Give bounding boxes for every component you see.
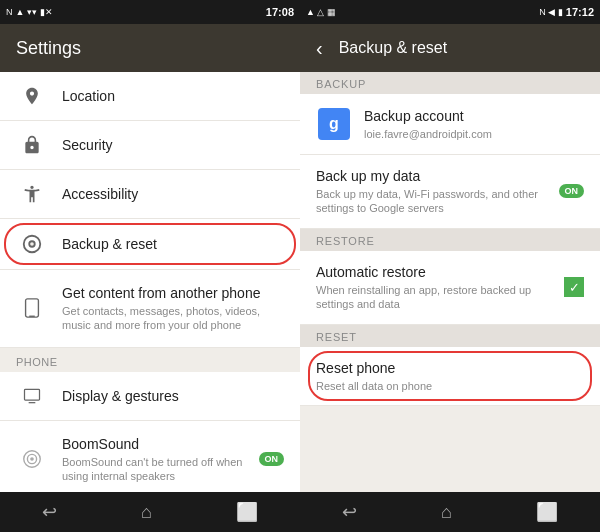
security-title: Security bbox=[62, 136, 284, 154]
get-content-subtitle: Get contacts, messages, photos, videos, … bbox=[62, 304, 284, 333]
section-backup-header: BACKUP bbox=[300, 72, 600, 94]
boomsound-subtitle: BoomSound can't be turned off when using… bbox=[62, 455, 259, 484]
section-phone: PHONE bbox=[0, 348, 300, 372]
left-panel: N ▲ ▾▾ ▮✕ 17:08 Settings Location bbox=[0, 0, 300, 532]
sidebar-item-backup[interactable]: Backup & reset bbox=[0, 219, 300, 270]
accessibility-icon bbox=[16, 184, 48, 204]
auto-restore-subtitle: When reinstalling an app, restore backed… bbox=[316, 283, 564, 312]
backup-data-row[interactable]: Back up my data Back up my data, Wi-Fi p… bbox=[300, 155, 600, 229]
boomsound-title: BoomSound bbox=[62, 435, 259, 453]
auto-restore-checkbox[interactable]: ✓ bbox=[564, 277, 584, 297]
google-icon-container: g bbox=[316, 106, 352, 142]
home-button-left[interactable]: ⌂ bbox=[141, 502, 152, 523]
boomsound-text: BoomSound BoomSound can't be turned off … bbox=[62, 435, 259, 484]
back-button-right[interactable]: ↩ bbox=[342, 501, 357, 523]
auto-restore-text: Automatic restore When reinstalling an a… bbox=[316, 263, 564, 312]
google-icon: g bbox=[318, 108, 350, 140]
backup-data-title: Back up my data bbox=[316, 167, 559, 185]
reset-phone-row[interactable]: Reset phone Reset all data on phone bbox=[300, 347, 600, 406]
battery-icon: ▮✕ bbox=[40, 7, 53, 17]
section-reset-header: RESET bbox=[300, 325, 600, 347]
reset-phone-subtitle: Reset all data on phone bbox=[316, 379, 584, 393]
backup-data-toggle[interactable]: ON bbox=[559, 184, 585, 198]
status-icons-right-right: N ◀ ▮ 17:12 bbox=[539, 6, 594, 18]
display-text: Display & gestures bbox=[62, 387, 284, 405]
auto-restore-row[interactable]: Automatic restore When reinstalling an a… bbox=[300, 251, 600, 325]
accessibility-text: Accessibility bbox=[62, 185, 284, 203]
backup-account-subtitle: loie.favre@androidpit.com bbox=[364, 127, 584, 141]
sidebar-item-get-content[interactable]: Get content from another phone Get conta… bbox=[0, 270, 300, 348]
time-display-right: 17:12 bbox=[566, 6, 594, 18]
location-title: Location bbox=[62, 87, 284, 105]
app-bar-title-right: Backup & reset bbox=[339, 39, 448, 57]
app-bar-right: ‹ Backup & reset bbox=[300, 24, 600, 72]
sidebar-item-security[interactable]: Security bbox=[0, 121, 300, 170]
backup-reset-list: BACKUP g Backup account loie.favre@andro… bbox=[300, 72, 600, 492]
app-bar-left: Settings bbox=[0, 24, 300, 72]
wifi-icon: ▾▾ bbox=[27, 7, 37, 17]
backup-data-text: Back up my data Back up my data, Wi-Fi p… bbox=[316, 167, 559, 216]
backup-account-title: Backup account bbox=[364, 107, 584, 125]
status-bar-left: N ▲ ▾▾ ▮✕ 17:08 bbox=[0, 0, 300, 24]
location-icon bbox=[16, 86, 48, 106]
recent-button-right[interactable]: ⬜ bbox=[536, 501, 558, 523]
nav-bar-right: ↩ ⌂ ⬜ bbox=[300, 492, 600, 532]
backup-account-row[interactable]: g Backup account loie.favre@androidpit.c… bbox=[300, 94, 600, 155]
get-content-text: Get content from another phone Get conta… bbox=[62, 284, 284, 333]
settings-list: Location Security Accessibility bbox=[0, 72, 300, 492]
home-button-right[interactable]: ⌂ bbox=[441, 502, 452, 523]
sidebar-item-display[interactable]: Display & gestures bbox=[0, 372, 300, 421]
status-icons-left: N ▲ ▾▾ ▮✕ bbox=[6, 7, 53, 17]
right-panel: ▲ △ ▦ N ◀ ▮ 17:12 ‹ Backup & reset BACKU… bbox=[300, 0, 600, 532]
backup-icon bbox=[16, 233, 48, 255]
svg-point-9 bbox=[30, 457, 34, 461]
backup-account-text: Backup account loie.favre@androidpit.com bbox=[364, 107, 584, 141]
reset-phone-title: Reset phone bbox=[316, 359, 584, 377]
nav-bar-left: ↩ ⌂ ⬜ bbox=[0, 492, 300, 532]
back-button-left[interactable]: ↩ bbox=[42, 501, 57, 523]
app-bar-title-left: Settings bbox=[16, 38, 81, 59]
svg-rect-3 bbox=[26, 299, 39, 317]
status-bar-right: ▲ △ ▦ N ◀ ▮ 17:12 bbox=[300, 0, 600, 24]
svg-point-2 bbox=[30, 242, 34, 246]
sidebar-item-boomsound[interactable]: BoomSound BoomSound can't be turned off … bbox=[0, 421, 300, 492]
auto-restore-title: Automatic restore bbox=[316, 263, 564, 281]
boomsound-toggle[interactable]: ON bbox=[259, 452, 285, 466]
network-icon: N bbox=[6, 7, 13, 17]
reset-phone-text: Reset phone Reset all data on phone bbox=[316, 359, 584, 393]
backup-data-subtitle: Back up my data, Wi-Fi passwords, and ot… bbox=[316, 187, 559, 216]
sidebar-item-location[interactable]: Location bbox=[0, 72, 300, 121]
security-text: Security bbox=[62, 136, 284, 154]
status-time-left: 17:08 bbox=[266, 6, 294, 18]
backup-title: Backup & reset bbox=[62, 235, 284, 253]
sidebar-item-accessibility[interactable]: Accessibility bbox=[0, 170, 300, 219]
back-arrow-icon[interactable]: ‹ bbox=[316, 37, 323, 60]
accessibility-title: Accessibility bbox=[62, 185, 284, 203]
svg-rect-5 bbox=[25, 389, 40, 400]
section-restore-header: RESTORE bbox=[300, 229, 600, 251]
time-display-left: 17:08 bbox=[266, 6, 294, 18]
status-icons-right-left: ▲ △ ▦ bbox=[306, 7, 336, 17]
signal-icon: ▲ bbox=[16, 7, 25, 17]
notification-icon: ▲ △ ▦ bbox=[306, 7, 336, 17]
security-icon bbox=[16, 135, 48, 155]
display-icon bbox=[16, 386, 48, 406]
network-icon-right: N ◀ ▮ bbox=[539, 7, 563, 17]
get-content-icon bbox=[16, 297, 48, 319]
display-title: Display & gestures bbox=[62, 387, 284, 405]
backup-text: Backup & reset bbox=[62, 235, 284, 253]
recent-button-left[interactable]: ⬜ bbox=[236, 501, 258, 523]
boomsound-icon bbox=[16, 448, 48, 470]
get-content-title: Get content from another phone bbox=[62, 284, 284, 302]
location-text: Location bbox=[62, 87, 284, 105]
